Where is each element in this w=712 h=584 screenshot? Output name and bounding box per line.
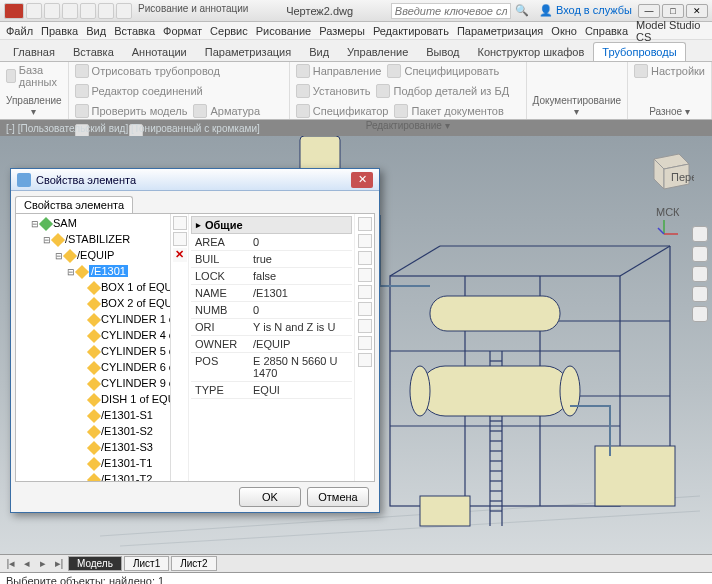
property-row[interactable]: TYPEEQUI bbox=[191, 382, 352, 399]
menu-размеры[interactable]: Размеры bbox=[319, 25, 365, 37]
cancel-button[interactable]: Отмена bbox=[307, 487, 369, 507]
menu-параметризация[interactable]: Параметризация bbox=[457, 25, 543, 37]
dialog-titlebar[interactable]: Свойства элемента ✕ bbox=[11, 169, 379, 191]
menu-вид[interactable]: Вид bbox=[86, 25, 106, 37]
menu-рисование[interactable]: Рисование bbox=[256, 25, 311, 37]
nav-pan-icon[interactable] bbox=[692, 246, 708, 262]
menu-правка[interactable]: Правка bbox=[41, 25, 78, 37]
minimize-button[interactable]: — bbox=[638, 4, 660, 18]
ribbon-tab-1[interactable]: Вставка bbox=[64, 42, 123, 61]
qat-redo-icon[interactable] bbox=[98, 3, 114, 19]
prop-refresh-icon[interactable] bbox=[358, 336, 372, 350]
ribbon-item[interactable]: Специфицировать bbox=[387, 64, 499, 78]
property-toolbar bbox=[354, 214, 374, 481]
maximize-button[interactable]: □ bbox=[662, 4, 684, 18]
login-link[interactable]: 👤 Вход в службы bbox=[539, 4, 632, 17]
property-row[interactable]: BUILtrue bbox=[191, 251, 352, 268]
tab-last-icon[interactable]: ▸| bbox=[52, 557, 66, 570]
navigation-bar[interactable] bbox=[692, 226, 710, 322]
tab-first-icon[interactable]: |◂ bbox=[4, 557, 18, 570]
ribbon-tab-4[interactable]: Вид bbox=[300, 42, 338, 61]
ribbon-tab-0[interactable]: Главная bbox=[4, 42, 64, 61]
property-group-header[interactable]: Общие bbox=[191, 216, 352, 234]
dialog-close-button[interactable]: ✕ bbox=[351, 172, 373, 188]
ribbon: База данныхУправление ▾Отрисовать трубоп… bbox=[0, 62, 712, 120]
ribbon-group-label[interactable]: Документирование ▾ bbox=[533, 95, 622, 117]
ribbon-item[interactable]: База данных bbox=[6, 64, 62, 88]
property-row[interactable]: NAME/E1301 bbox=[191, 285, 352, 302]
ribbon-tab-3[interactable]: Параметризация bbox=[196, 42, 300, 61]
tree-copy-icon[interactable] bbox=[173, 216, 187, 230]
ribbon-group-label[interactable]: Разное ▾ bbox=[634, 106, 705, 117]
tree-paste-icon[interactable] bbox=[173, 232, 187, 246]
qat-print-icon[interactable] bbox=[116, 3, 132, 19]
command-line[interactable]: Выберите объекты: найдено: 1 Выберите об… bbox=[0, 572, 712, 584]
tab-sheet1[interactable]: Лист1 bbox=[124, 556, 169, 571]
layout-tabs: |◂ ◂ ▸ ▸| Модель Лист1 Лист2 bbox=[0, 554, 712, 572]
close-button[interactable]: ✕ bbox=[686, 4, 708, 18]
ribbon-item[interactable]: Установить bbox=[296, 84, 371, 98]
ribbon-item[interactable]: Редактор соединений bbox=[75, 84, 203, 98]
prop-edit-icon[interactable] bbox=[358, 234, 372, 248]
ribbon-tab-8[interactable]: Трубопроводы bbox=[593, 42, 685, 61]
ribbon-item[interactable]: Арматура bbox=[193, 104, 260, 118]
ribbon-item[interactable]: Настройки bbox=[634, 64, 705, 78]
prop-expand-icon[interactable] bbox=[358, 217, 372, 231]
menu-справка[interactable]: Справка bbox=[585, 25, 628, 37]
property-row[interactable]: LOCKfalse bbox=[191, 268, 352, 285]
property-row[interactable]: AREA0 bbox=[191, 234, 352, 251]
dialog-tabs: Свойства элемента bbox=[11, 191, 379, 213]
titlebar: Рисование и аннотации Чертеж2.dwg 🔍 👤 Вх… bbox=[0, 0, 712, 22]
tab-model[interactable]: Модель bbox=[68, 556, 122, 571]
ribbon-item[interactable]: Спецификатор bbox=[296, 104, 389, 118]
qat-new-icon[interactable] bbox=[26, 3, 42, 19]
prop-remove-icon[interactable] bbox=[358, 285, 372, 299]
qat-undo-icon[interactable] bbox=[80, 3, 96, 19]
prop-sort-icon[interactable] bbox=[358, 319, 372, 333]
nav-orbit-icon[interactable] bbox=[692, 286, 708, 302]
menu-формат[interactable]: Формат bbox=[163, 25, 202, 37]
ribbon-tab-2[interactable]: Аннотации bbox=[123, 42, 196, 61]
ribbon-item[interactable]: Направление bbox=[296, 64, 382, 78]
menu-вставка[interactable]: Вставка bbox=[114, 25, 155, 37]
menu-сервис[interactable]: Сервис bbox=[210, 25, 248, 37]
ribbon-item[interactable]: Подбор деталей из БД bbox=[376, 84, 509, 98]
nav-showmotion-icon[interactable] bbox=[692, 306, 708, 322]
ok-button[interactable]: OK bbox=[239, 487, 301, 507]
menu-окно[interactable]: Окно bbox=[551, 25, 577, 37]
menu-файл[interactable]: Файл bbox=[6, 25, 33, 37]
prop-check-icon[interactable] bbox=[358, 353, 372, 367]
search-icon[interactable]: 🔍 bbox=[515, 4, 529, 17]
menu-model studio cs[interactable]: Model Studio CS bbox=[636, 19, 706, 43]
ribbon-item[interactable]: Отрисовать трубопровод bbox=[75, 64, 220, 78]
element-tree[interactable]: ⊟SAM⊟/STABILIZER⊟/EQUIP⊟/E1301 BOX 1 of … bbox=[16, 214, 171, 481]
ribbon-tab-7[interactable]: Конструктор шкафов bbox=[469, 42, 594, 61]
property-row[interactable]: ORIY is N and Z is U bbox=[191, 319, 352, 336]
tab-prev-icon[interactable]: ◂ bbox=[20, 557, 34, 570]
property-row[interactable]: POSE 2850 N 5660 U 1470 bbox=[191, 353, 352, 382]
ribbon-tab-6[interactable]: Вывод bbox=[417, 42, 468, 61]
tab-next-icon[interactable]: ▸ bbox=[36, 557, 50, 570]
tab-sheet2[interactable]: Лист2 bbox=[171, 556, 216, 571]
workspace-dropdown[interactable]: Рисование и аннотации bbox=[138, 3, 248, 19]
dialog-tab-properties[interactable]: Свойства элемента bbox=[15, 196, 133, 213]
ribbon-group-label[interactable]: Управление ▾ bbox=[6, 95, 62, 117]
ribbon-item[interactable]: Проверить модель bbox=[75, 104, 188, 118]
ribbon-tab-5[interactable]: Управление bbox=[338, 42, 417, 61]
prop-filter-icon[interactable] bbox=[358, 302, 372, 316]
nav-wheel-icon[interactable] bbox=[692, 226, 708, 242]
prop-link-icon[interactable] bbox=[358, 251, 372, 265]
menu-редактировать[interactable]: Редактировать bbox=[373, 25, 449, 37]
property-row[interactable]: NUMB0 bbox=[191, 302, 352, 319]
prop-add-icon[interactable] bbox=[358, 268, 372, 282]
ribbon-item[interactable]: Пакет документов bbox=[394, 104, 503, 118]
app-button[interactable] bbox=[4, 3, 24, 19]
tree-delete-icon[interactable]: ✕ bbox=[173, 248, 187, 262]
qat-save-icon[interactable] bbox=[62, 3, 78, 19]
viewcube[interactable]: Перед bbox=[644, 144, 694, 194]
ribbon-group-label[interactable]: Редактирование ▾ bbox=[296, 120, 520, 131]
nav-zoom-icon[interactable] bbox=[692, 266, 708, 282]
qat-open-icon[interactable] bbox=[44, 3, 60, 19]
search-input[interactable] bbox=[391, 3, 511, 19]
property-row[interactable]: OWNER/EQUIP bbox=[191, 336, 352, 353]
